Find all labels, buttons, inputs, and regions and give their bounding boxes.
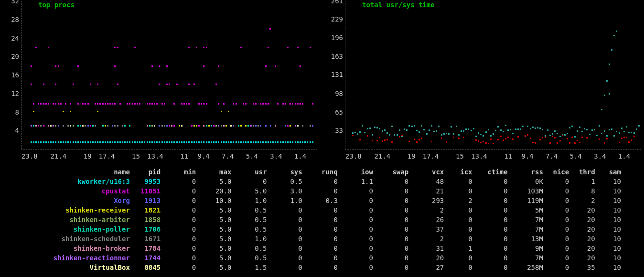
cell-runq: 0 — [302, 188, 338, 194]
data-point — [63, 125, 64, 127]
data-point — [70, 103, 71, 105]
data-point — [475, 136, 477, 137]
cell-min: 0 — [161, 255, 196, 261]
data-point — [616, 31, 617, 32]
cell-pid: 8845 — [130, 264, 161, 271]
data-point — [240, 47, 242, 48]
data-point — [134, 141, 136, 143]
data-point — [458, 134, 460, 136]
cell-thrd: 20 — [569, 216, 595, 223]
col-sam: sam — [595, 169, 621, 175]
data-point — [215, 141, 217, 143]
cell-min: 0 — [161, 197, 196, 204]
data-point — [196, 125, 197, 127]
data-point — [119, 141, 121, 143]
data-point — [382, 140, 383, 142]
data-point — [606, 135, 608, 137]
data-point — [58, 141, 59, 143]
data-point — [65, 103, 66, 105]
data-point — [609, 64, 610, 65]
data-point — [243, 103, 244, 105]
process-table: namepidminmaxusrsysrunqiowswapvcxicxctim… — [0, 167, 621, 272]
cell-rss: 13M — [508, 235, 543, 242]
data-point — [159, 141, 160, 143]
cell-runq: 0 — [302, 235, 338, 242]
data-point — [539, 139, 541, 140]
data-point — [379, 137, 380, 138]
y-tick: 8 — [2, 109, 19, 116]
data-point — [414, 138, 415, 140]
data-point — [236, 103, 237, 105]
cell-thrd: 20 — [569, 255, 595, 261]
data-point — [606, 80, 608, 82]
data-point — [223, 103, 225, 105]
data-point — [297, 125, 299, 127]
data-point — [493, 133, 494, 135]
cell-sys: 0 — [267, 235, 302, 242]
data-point — [260, 141, 261, 143]
y-tick: 131 — [326, 71, 343, 78]
cell-min: 0 — [161, 216, 196, 223]
data-point — [151, 103, 153, 105]
data-point — [262, 141, 264, 143]
data-point — [206, 47, 207, 48]
cell-icx: 0 — [444, 216, 472, 223]
data-point — [31, 65, 32, 67]
data-point — [149, 125, 150, 127]
cell-max: 5.0 — [196, 235, 231, 242]
cell-min: 0 — [161, 226, 196, 233]
data-point — [114, 65, 116, 67]
cell-min: 0 — [161, 245, 196, 252]
data-point — [287, 47, 289, 48]
col-swap: swap — [373, 169, 408, 175]
data-point — [129, 125, 130, 127]
data-point — [461, 130, 462, 132]
data-point — [245, 103, 247, 105]
data-point — [48, 47, 49, 48]
cell-rss: 119M — [508, 197, 543, 204]
cell-nice: 0 — [543, 197, 569, 204]
data-point — [367, 135, 368, 137]
cell-swap: 0 — [373, 216, 408, 223]
cell-min: 0 — [161, 178, 196, 185]
data-point — [238, 125, 239, 127]
x-tick: 3.4 — [594, 153, 606, 160]
data-point — [285, 103, 286, 105]
x-tick: 11 — [504, 153, 512, 160]
data-point — [35, 47, 37, 48]
data-point — [569, 142, 570, 144]
data-point — [552, 133, 553, 135]
data-point — [458, 138, 460, 139]
data-point — [503, 131, 504, 132]
data-point — [510, 129, 511, 130]
data-point — [258, 125, 259, 127]
data-point — [230, 125, 232, 127]
data-point — [253, 141, 254, 143]
cell-usr: 0.5 — [231, 255, 267, 261]
cell-runq: 0 — [302, 207, 338, 213]
data-point — [233, 141, 234, 143]
cell-runq: 0.3 — [302, 197, 338, 204]
data-point — [571, 137, 573, 138]
table-row: shinken-scheduler167105.01.0000020013M02… — [0, 234, 621, 244]
data-point — [391, 141, 393, 143]
cell-thrd: 20 — [569, 207, 595, 213]
data-point — [554, 130, 556, 132]
data-point — [112, 125, 113, 127]
data-point — [137, 141, 138, 143]
data-point — [127, 103, 128, 105]
table-row: shinken-reactionner174405.00.5000020007M… — [0, 253, 621, 263]
data-point — [85, 125, 86, 127]
cell-sam: 10 — [595, 216, 621, 223]
data-point — [186, 141, 187, 143]
data-point — [287, 141, 289, 143]
data-point — [250, 125, 252, 127]
x-tick: 13.4 — [471, 153, 487, 160]
data-point — [63, 111, 64, 112]
data-point — [500, 129, 502, 131]
data-point — [567, 133, 568, 134]
cell-rss: 0K — [508, 178, 543, 185]
data-point — [114, 103, 116, 105]
data-point — [292, 141, 293, 143]
data-point — [609, 129, 610, 130]
